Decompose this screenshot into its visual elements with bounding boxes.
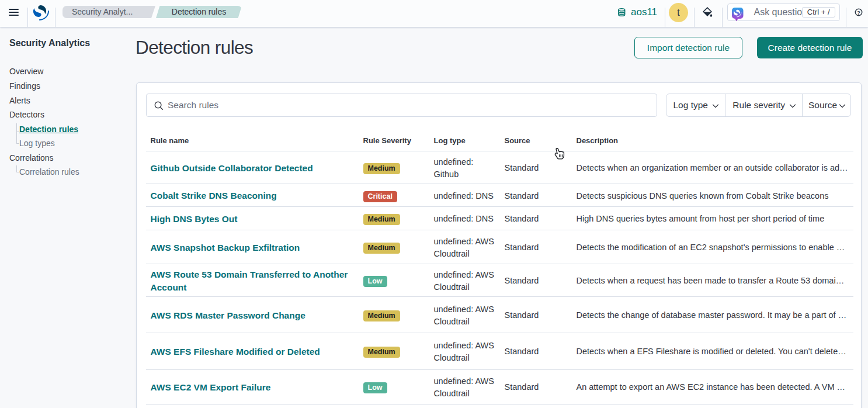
svg-text:?: ?: [857, 9, 860, 16]
